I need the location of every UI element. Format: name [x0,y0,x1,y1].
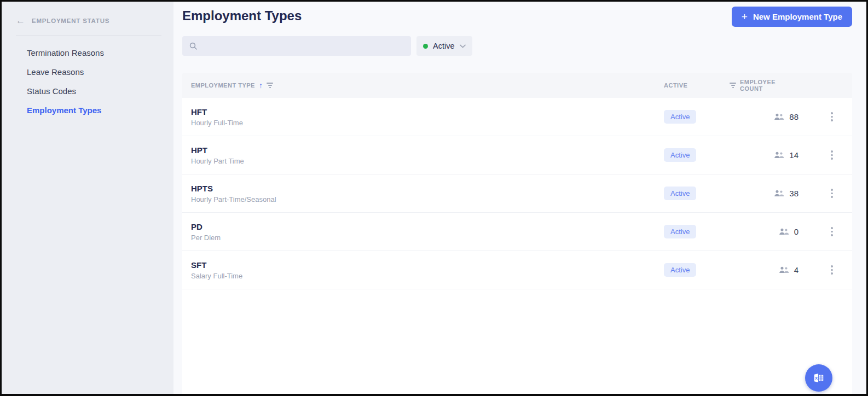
sidebar-divider [16,36,161,36]
plus-icon: + [742,11,748,22]
people-icon [774,152,784,159]
status-filter-value: Active [433,42,455,50]
new-button-label: New Employment Type [753,12,842,21]
employee-count-value: 14 [789,150,798,160]
employee-count-header-label: EMPLOYEE COUNT [740,79,798,92]
filter-bar: Active [182,36,852,56]
status-cell: Active [664,225,730,238]
active-status-dot-icon [423,44,428,49]
employee-count-cell: 4 [730,265,812,275]
status-cell: Active [664,263,730,277]
employment-type-code: HPT [191,145,664,155]
employment-type-code: PD [191,222,664,231]
table-header-row: EMPLOYMENT TYPE ↑ ACTIVE EMPLOYEE COUNT [182,73,852,98]
actions-cell [812,148,852,162]
table-row[interactable]: PD Per Diem Active 0 [182,213,852,251]
sidebar-section-title: EMPLOYMENT STATUS [32,18,109,24]
employment-type-cell: HPTS Hourly Part-Time/Seasonal [182,184,664,203]
employment-type-cell: HPT Hourly Part Time [182,145,664,165]
sidebar-item-employment-types[interactable]: Employment Types [2,102,173,118]
employment-type-description: Hourly Part-Time/Seasonal [191,195,664,203]
filter-icon[interactable] [267,83,273,88]
employment-type-description: Salary Full-Time [191,272,664,280]
employee-count-value: 88 [789,112,798,121]
status-badge: Active [664,263,696,277]
actions-cell [812,263,852,277]
actions-cell [812,110,852,124]
new-employment-type-button[interactable]: + New Employment Type [732,7,852,27]
actions-cell [812,187,852,200]
actions-cell [812,225,852,238]
table-row[interactable]: HPT Hourly Part Time Active [182,136,852,174]
table-row[interactable]: HPTS Hourly Part-Time/Seasonal Active [182,174,852,213]
employment-type-description: Per Diem [191,234,664,242]
status-cell: Active [664,187,730,200]
svg-text:X: X [815,376,818,381]
status-badge: Active [664,148,696,162]
excel-export-icon: X [813,372,825,384]
search-input[interactable] [202,42,404,50]
active-header-label: ACTIVE [664,82,687,89]
people-icon [774,190,784,197]
status-badge: Active [664,110,696,124]
row-menu-kebab-icon[interactable] [829,148,835,162]
employee-count-cell: 88 [730,112,812,121]
sidebar-item-termination-reasons[interactable]: Termination Reasons [2,45,173,61]
export-excel-fab-button[interactable]: X [805,364,832,392]
back-arrow-icon[interactable]: ← [16,16,25,25]
row-menu-kebab-icon[interactable] [829,187,835,200]
column-header-active[interactable]: ACTIVE [664,82,730,89]
employment-type-code: SFT [191,260,664,270]
status-badge: Active [664,187,696,200]
employee-count-value: 38 [789,189,798,198]
employment-type-cell: SFT Salary Full-Time [182,260,664,280]
employment-type-cell: PD Per Diem [182,222,664,242]
status-badge: Active [664,225,696,238]
employment-type-code: HPTS [191,184,664,193]
page-title: Employment Types [182,7,302,24]
table-row[interactable]: SFT Salary Full-Time Active [182,251,852,289]
sort-ascending-icon[interactable]: ↑ [259,81,263,90]
employment-type-cell: HFT Hourly Full-Time [182,107,664,127]
row-menu-kebab-icon[interactable] [829,110,835,124]
status-cell: Active [664,148,730,162]
employment-type-description: Hourly Part Time [191,157,664,165]
status-cell: Active [664,110,730,124]
sidebar-item-status-codes[interactable]: Status Codes [2,83,173,99]
sidebar-nav: Termination Reasons Leave Reasons Status… [2,45,173,118]
employment-types-table: EMPLOYMENT TYPE ↑ ACTIVE EMPLOYEE COUNT … [182,73,852,394]
search-icon [189,42,198,50]
employment-type-description: Hourly Full-Time [191,119,664,127]
employment-type-header-label: EMPLOYMENT TYPE [191,82,255,89]
people-icon [779,266,789,273]
employee-count-cell: 0 [730,227,812,236]
row-menu-kebab-icon[interactable] [829,263,835,277]
status-filter-dropdown[interactable]: Active [416,36,472,56]
employee-count-cell: 38 [730,189,812,198]
sidebar-item-leave-reasons[interactable]: Leave Reasons [2,64,173,80]
column-header-employment-type[interactable]: EMPLOYMENT TYPE ↑ [182,81,664,90]
sidebar-back-header[interactable]: ← EMPLOYMENT STATUS [2,16,173,25]
people-icon [779,228,789,235]
people-icon [774,113,784,120]
employee-count-value: 4 [794,265,798,275]
main-content: Employment Types + New Employment Type A… [173,2,866,394]
employment-type-code: HFT [191,107,664,117]
table-row[interactable]: HFT Hourly Full-Time Active [182,98,852,136]
column-header-employee-count[interactable]: EMPLOYEE COUNT [730,79,812,92]
app-window: ← EMPLOYMENT STATUS Termination Reasons … [0,0,868,396]
chevron-down-icon [460,44,466,48]
employee-count-value: 0 [794,227,798,236]
employee-count-cell: 14 [730,150,812,160]
settings-sidebar: ← EMPLOYMENT STATUS Termination Reasons … [2,2,173,394]
filter-icon[interactable] [730,83,736,88]
page-header: Employment Types + New Employment Type [182,2,852,27]
search-box[interactable] [182,36,411,56]
row-menu-kebab-icon[interactable] [829,225,835,238]
